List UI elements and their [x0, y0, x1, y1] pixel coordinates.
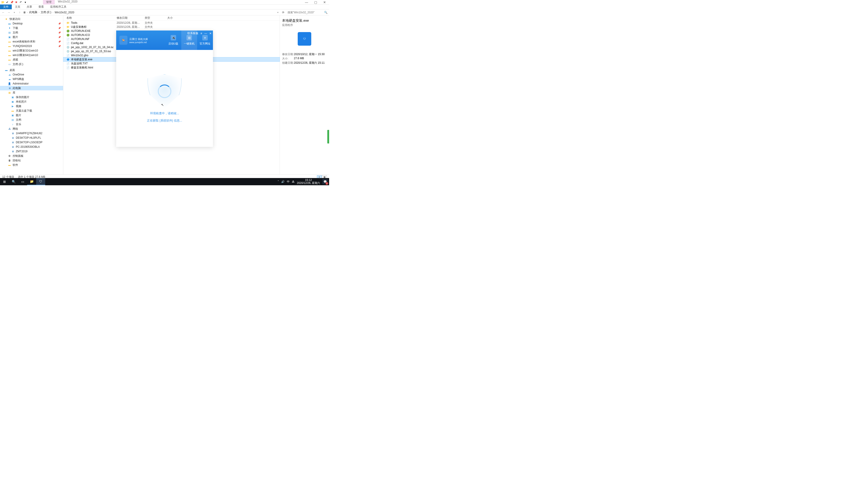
nav-libraries[interactable]: ▦库 [0, 90, 63, 95]
col-name[interactable]: 名称 [63, 16, 114, 20]
crumb-2[interactable]: 文档 (E:) [41, 10, 51, 14]
nav-quick-downloads[interactable]: ⬇下载📌 [0, 26, 63, 30]
details-thumbnail: 🛡 [298, 32, 311, 46]
taskbar-taskview[interactable]: ▭ [18, 178, 27, 185]
nav-net-5[interactable]: 🖥ZMT2019 [0, 149, 63, 154]
pin-icon: 📌 [58, 40, 61, 43]
meta-value: 27.6 MB [294, 57, 304, 61]
close-button[interactable]: ✕ [320, 0, 329, 4]
nav-forward-button[interactable]: → [7, 11, 11, 14]
nav-quick-desktop[interactable]: ▬Desktop📌 [0, 21, 63, 26]
details-title: 本地硬盘安装.exe [282, 19, 327, 23]
tray-volume-icon[interactable]: 🔊 [281, 180, 285, 183]
nav-net-1[interactable]: 🖥1H4WPFQ7KZ8HU82 [0, 131, 63, 135]
col-type[interactable]: 类型 [142, 16, 164, 20]
tray-clock[interactable]: 15:12 2020/12/26, 星期六 [297, 179, 320, 185]
nav-quick-documents[interactable]: ▤文档📌 [0, 30, 63, 35]
nav-admin[interactable]: 👤Administrator [0, 81, 63, 86]
file-row[interactable]: 📁Tools2020/12/26, 星期六 1...文件夹 [63, 21, 280, 25]
modal-minimize-icon[interactable]: — [204, 32, 207, 35]
nav-quick-huguan[interactable]: ▬虎观 [0, 57, 63, 62]
nav-control-panel[interactable]: ⚙控制面板 [0, 154, 63, 158]
details-subtitle: 应用程序 [282, 23, 327, 27]
close-small-icon[interactable]: ✖ [14, 0, 18, 4]
minimize-button[interactable]: — [302, 0, 311, 4]
modal-status-1: 环境检查中，请稍候... [150, 111, 179, 116]
nav-lib-pictures[interactable]: ▣图片 [0, 113, 63, 118]
taskbar-yunqishi[interactable]: 🛡 [36, 178, 45, 185]
nav-wps[interactable]: ☁WPS网盘 [0, 77, 63, 81]
ribbon-tab-home[interactable]: 主页 [12, 4, 24, 9]
maximize-button[interactable]: ▢ [311, 0, 320, 4]
nav-network[interactable]: 🖧网络 [0, 127, 63, 131]
crumb-1[interactable]: 此电脑 [29, 10, 37, 14]
nav-recycle[interactable]: 🗑回收站 [0, 158, 63, 163]
search-input[interactable] [287, 10, 323, 14]
file-icon: 🟢 [66, 33, 70, 37]
tray-ime[interactable]: 中 [287, 180, 289, 184]
refresh-button[interactable]: ⟳ [281, 11, 285, 14]
nav-quick-drive-e[interactable]: ▭文档 (E:) [0, 62, 63, 66]
nav-history-dropdown[interactable]: ▾ [12, 11, 16, 13]
start-button[interactable]: ⊞ [0, 178, 9, 185]
download-icon: ⬇ [8, 26, 11, 30]
nav-net-2[interactable]: 🖥DESKTOP-HL0PLFL [0, 135, 63, 140]
file-icon: 📄 [66, 41, 70, 45]
nav-quick-win10-32[interactable]: ▬win10重装32位win10 [0, 48, 63, 53]
nav-quick-access[interactable]: ★快速访问 [0, 17, 63, 21]
taskbar-search[interactable]: 🔍 [9, 178, 18, 185]
nav-onedrive[interactable]: ☁OneDrive [0, 72, 63, 77]
side-handle[interactable] [327, 130, 329, 143]
nav-up-button[interactable]: ↑ [18, 11, 22, 14]
col-date[interactable]: 修改日期 [114, 16, 142, 20]
spinner-icon [158, 85, 171, 98]
nav-thispc[interactable]: 🖥此电脑 [0, 86, 63, 90]
nav-desktop[interactable]: ▬桌面 [0, 68, 63, 72]
usb-icon: 🔌 [170, 35, 176, 40]
modal-menu-icon[interactable]: ≡ [200, 32, 202, 35]
nav-lib-tianyi[interactable]: ▬天翼云盘下载 [0, 108, 63, 113]
ribbon-tab-share[interactable]: 共享 [24, 4, 35, 9]
crumb-3[interactable]: Win10x32_2020 [55, 11, 74, 14]
undo-icon[interactable]: ↶ [19, 0, 23, 4]
nav-quick-yunqishi[interactable]: ▬YUNQISHI2019📌 [0, 44, 63, 48]
nav-quick-win10-64[interactable]: ▬win10重装64位win10 [0, 53, 63, 57]
modal-contact[interactable]: 联系客服 [187, 31, 198, 35]
col-size[interactable]: 大小 [164, 16, 182, 20]
nav-lib-savedpics[interactable]: ▣保存的图片 [0, 95, 63, 99]
nav-quick-excel[interactable]: ▬excel表格制作求和📌 [0, 39, 63, 44]
modal-close-icon[interactable]: ✕ [209, 32, 212, 35]
nav-net-4[interactable]: 🖥PC-20190530OBLA [0, 144, 63, 149]
nav-lib-video[interactable]: ▶视频 [0, 104, 63, 108]
nav-quick-pictures[interactable]: ▣图片📌 [0, 35, 63, 39]
search-icon[interactable]: 🔍 [324, 11, 328, 14]
qat-pin-icon[interactable]: 📌 [10, 0, 13, 4]
tray-network-icon[interactable]: 🖧 [292, 180, 294, 183]
folder-icon: ▬ [8, 49, 11, 52]
details-pane: 本地硬盘安装.exe 应用程序 🛡 修改日期:2020/10/12, 星期一 1… [280, 15, 329, 174]
context-tab-manage[interactable]: 管理 [43, 0, 55, 4]
file-name: Config.dat [71, 41, 84, 45]
nav-net-3[interactable]: 🖥DESKTOP-LSSOEDP [0, 140, 63, 144]
pic-icon: ▣ [11, 96, 14, 99]
ribbon-tab-view[interactable]: 查看 [35, 4, 47, 9]
nav-lib-cameraroll[interactable]: ▣本机照片 [0, 99, 63, 104]
folder-icon: ▬ [8, 40, 11, 43]
ribbon-tab-apptools[interactable]: 应用程序工具 [47, 4, 70, 9]
modal-tab-usb[interactable]: 🔌启动U盘 [165, 31, 181, 50]
checkbox-icon[interactable]: ✔ [5, 0, 9, 4]
crumb-dropdown-icon[interactable]: ▾ [276, 11, 280, 13]
qat-dropdown-icon[interactable]: ▾ [24, 0, 27, 4]
breadcrumb[interactable]: 🖥 › 此电脑 › 文档 (E:) › Win10x32_2020 [23, 10, 274, 14]
nav-lib-music[interactable]: ♪音乐 [0, 122, 63, 127]
tray-chevron-icon[interactable]: ˄ [278, 180, 279, 183]
nav-back-button[interactable]: ← [1, 11, 5, 14]
file-row[interactable]: 📁U盘安装教程2020/12/26, 星期六 1...文件夹 [63, 25, 280, 29]
nav-software[interactable]: ▬软件 [0, 163, 63, 167]
file-icon: 💿 [66, 50, 70, 53]
pin-icon: 📌 [58, 27, 61, 29]
ribbon-tab-file[interactable]: 文件 [0, 4, 12, 9]
tray-notifications[interactable]: 💬2 [322, 179, 328, 184]
taskbar-explorer[interactable]: 📁 [27, 178, 36, 185]
nav-lib-docs[interactable]: ▤文档 [0, 118, 63, 122]
